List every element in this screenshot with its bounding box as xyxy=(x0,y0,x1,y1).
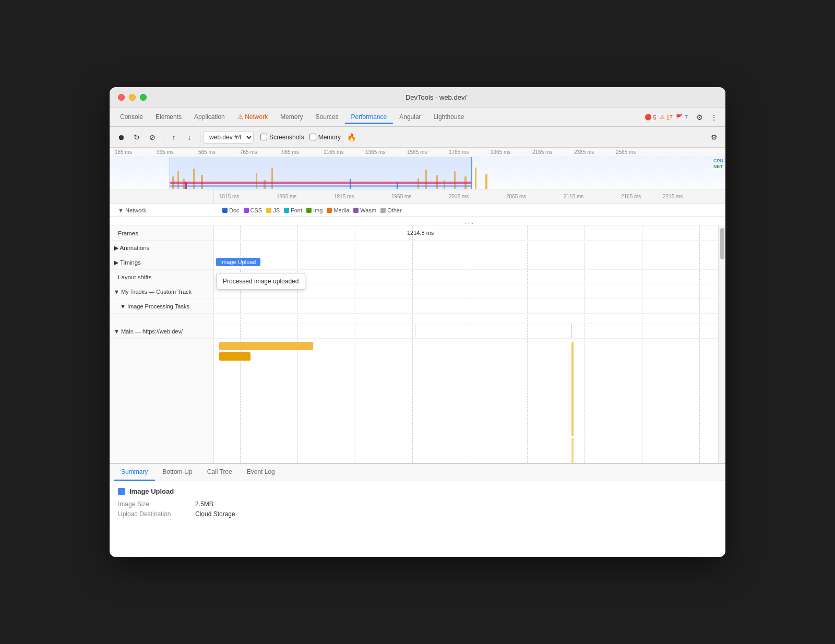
legend-img-dot xyxy=(306,208,312,213)
scrollbar[interactable] xyxy=(718,226,725,463)
maximize-button[interactable] xyxy=(140,94,147,101)
download-button[interactable]: ↓ xyxy=(182,130,197,145)
selection-handle-right[interactable] xyxy=(471,157,472,189)
tab-console[interactable]: Console xyxy=(114,111,149,124)
settings-icon[interactable]: ⚙ xyxy=(692,110,707,125)
timeline-labels: Frames ▶ Animations ▶ Timings Layout shi… xyxy=(110,226,214,463)
overview-ruler: 165 ms 365 ms 565 ms 765 ms 965 ms 1165 … xyxy=(110,148,725,157)
custom-track-label[interactable]: ▼ My Tracks — Custom Track xyxy=(110,289,196,295)
ruler-tick-9: 1965 ms xyxy=(491,149,510,155)
more-icon[interactable]: ⋮ xyxy=(707,110,721,125)
more-dots: ... xyxy=(464,217,475,225)
legend-doc-label: Doc xyxy=(229,207,240,213)
timings-label[interactable]: ▶ Timings xyxy=(110,259,145,266)
image-upload-chip[interactable]: Image Upload xyxy=(216,258,260,266)
clear-button[interactable]: ⊘ xyxy=(145,130,160,145)
image-processing-label[interactable]: ▼ Image Processing Tasks xyxy=(110,303,194,309)
flame-2[interactable] xyxy=(219,352,250,361)
overview-panel[interactable]: 165 ms 365 ms 565 ms 765 ms 965 ms 1165 … xyxy=(110,148,725,189)
legend-css-label: CSS xyxy=(250,207,263,213)
timeline-tick-8: 2215 ms xyxy=(663,194,683,199)
warning-badge: ⚠ 17 xyxy=(660,114,673,121)
main-vline-1 xyxy=(415,324,415,338)
ruler-tick-7: 1565 ms xyxy=(407,149,427,155)
flame-1[interactable] xyxy=(219,342,313,350)
tab-lighthouse[interactable]: Lighthouse xyxy=(427,111,471,124)
yellow-bar-1 xyxy=(571,342,574,436)
scrollbar-thumb[interactable] xyxy=(720,228,724,259)
memory-checkbox-label[interactable]: Memory xyxy=(309,134,341,141)
session-select[interactable]: web.dev #4 xyxy=(204,131,254,144)
tab-memory[interactable]: Memory xyxy=(274,111,309,124)
main-label[interactable]: ▼ Main — https://web.dev/ xyxy=(110,328,187,335)
issue-badge: 🚩 7 xyxy=(676,114,688,121)
record-button[interactable]: ⏺ xyxy=(114,130,128,145)
tab-angular[interactable]: Angular xyxy=(393,111,427,124)
bottom-tabs: Summary Bottom-Up Call Tree Event Log xyxy=(110,464,725,481)
close-button[interactable] xyxy=(118,94,125,101)
spacer-row-1 xyxy=(110,314,213,324)
timings-row-label[interactable]: ▶ Timings xyxy=(110,255,213,270)
screenshots-checkbox-label[interactable]: Screenshots xyxy=(260,134,304,141)
devtools-window: DevTools - web.dev/ Console Elements App… xyxy=(110,87,725,557)
net-label: NET xyxy=(713,164,723,169)
tab-event-log[interactable]: Event Log xyxy=(240,464,282,481)
timings-content: Image Upload Processed image uploaded xyxy=(214,255,718,270)
frames-label: Frames xyxy=(110,230,142,236)
tab-performance[interactable]: Performance xyxy=(345,111,393,124)
frames-row-label: Frames xyxy=(110,226,213,241)
legend-wasm-label: Wasm xyxy=(360,207,376,213)
timeline-content[interactable]: 1214.8 ms Image Upload Processed image u… xyxy=(214,226,718,463)
minimize-button[interactable] xyxy=(129,94,136,101)
summary-row-size: Image Size 2.5MB xyxy=(118,500,717,508)
legend-media: Media xyxy=(327,207,349,213)
legend-media-dot xyxy=(327,208,332,213)
legend-wasm: Wasm xyxy=(353,207,376,213)
memory-checkbox[interactable] xyxy=(309,134,316,140)
tab-bottom-up[interactable]: Bottom-Up xyxy=(155,464,199,481)
tab-call-tree[interactable]: Call Tree xyxy=(200,464,240,481)
timeline-main: Frames ▶ Animations ▶ Timings Layout shi… xyxy=(110,226,725,463)
custom-track-row-label[interactable]: ▼ My Tracks — Custom Track xyxy=(110,284,213,299)
ruler-tick-1: 365 ms xyxy=(157,149,174,155)
legend-media-label: Media xyxy=(333,207,349,213)
animations-row-label[interactable]: ▶ Animations xyxy=(110,241,213,255)
tab-elements[interactable]: Elements xyxy=(149,111,188,124)
tab-network[interactable]: ⚠ Network xyxy=(231,111,274,124)
settings-performance-icon[interactable]: ⚙ xyxy=(707,130,721,145)
timeline-tick-0: 1815 ms xyxy=(219,194,239,199)
tab-summary[interactable]: Summary xyxy=(114,464,155,481)
timeline-tick-7: 2165 ms xyxy=(621,194,641,199)
main-row-label[interactable]: ▼ Main — https://web.dev/ xyxy=(110,324,213,339)
error-badge: 🔴 5 xyxy=(645,114,657,121)
image-processing-row-label[interactable]: ▼ Image Processing Tasks xyxy=(110,299,213,314)
tab-sources[interactable]: Sources xyxy=(309,111,344,124)
separator1 xyxy=(163,132,163,142)
timeline-tick-3: 1965 ms xyxy=(391,194,411,199)
legend-other-label: Other xyxy=(387,207,402,213)
legend-css-dot xyxy=(244,208,249,213)
layout-shifts-row-label: Layout shifts xyxy=(110,270,213,284)
tab-application[interactable]: Application xyxy=(188,111,231,124)
animations-label[interactable]: ▶ Animations xyxy=(110,244,153,252)
screenshots-checkbox[interactable] xyxy=(260,134,267,140)
legend-js: JS xyxy=(266,207,280,213)
timeline-tick-1: 1865 ms xyxy=(277,194,296,199)
summary-title: Image Upload xyxy=(118,487,717,495)
reload-record-button[interactable]: ↻ xyxy=(129,130,144,145)
summary-value-size: 2.5MB xyxy=(195,500,213,508)
legend-other: Other xyxy=(380,207,402,213)
timeline-ruler: 1815 ms 1865 ms 1915 ms 1965 ms 2015 ms … xyxy=(110,189,725,204)
ruler-tick-6: 1365 ms xyxy=(365,149,385,155)
selection-overlay[interactable] xyxy=(170,157,472,189)
animations-content xyxy=(214,241,718,255)
flame-icon[interactable]: 🔥 xyxy=(344,130,359,145)
summary-title-text: Image Upload xyxy=(129,487,174,495)
legend-doc: Doc xyxy=(222,207,240,213)
overview-chart[interactable]: CPU NET xyxy=(110,157,725,189)
legend-font-dot xyxy=(284,208,289,213)
upload-button[interactable]: ↑ xyxy=(166,130,181,145)
frames-value: 1214.8 ms xyxy=(407,230,434,236)
separator3 xyxy=(257,132,257,142)
network-section-label[interactable]: ▼ Network xyxy=(118,207,213,213)
